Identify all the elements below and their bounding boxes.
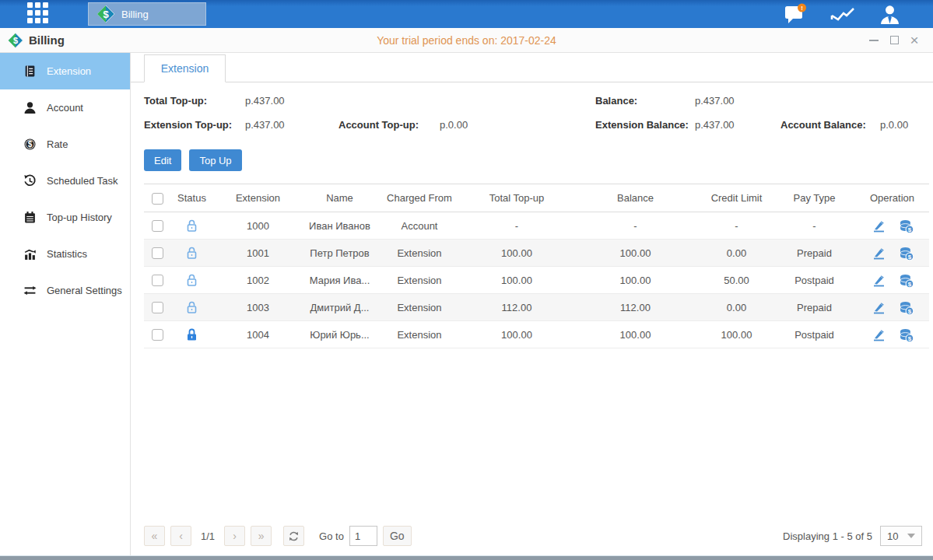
row-checkbox[interactable] [152,302,163,313]
edit-pencil-icon[interactable] [872,219,886,233]
cell-pay-type: Postpaid [773,321,855,348]
cell-credit-limit: 0.00 [700,240,773,267]
extensions-table: Status Extension Name Charged From Total… [144,184,929,348]
cell-total-topup: 100.00 [462,321,571,348]
cell-name: Мария Ива... [303,267,377,294]
cell-credit-limit: - [700,212,773,240]
col-name: Name [303,184,377,212]
window-bottom-edge [0,555,933,560]
sidebar-item-extension[interactable]: Extension [0,53,130,89]
cell-name: Петр Петров [303,240,377,267]
maximize-icon[interactable] [888,34,900,47]
app-grid-icon[interactable] [27,2,51,26]
billing-diamond-icon [96,5,115,23]
balance-label: Balance: [595,95,695,107]
close-icon[interactable]: × [908,34,921,47]
col-status: Status [170,184,213,212]
cell-balance: 100.00 [571,240,700,267]
page-indicator: 1/1 [197,530,219,542]
top-up-coins-icon[interactable] [899,246,914,261]
sidebar-item-label: Account [47,102,83,114]
sidebar-item-scheduled-task[interactable]: Scheduled Task [0,163,130,199]
extension-balance-label: Extension Balance: [595,119,695,131]
topbar-billing-tab[interactable]: Billing [88,2,206,26]
col-balance: Balance [571,184,700,212]
cell-credit-limit: 100.00 [700,321,773,348]
first-page-button[interactable]: « [144,526,165,546]
account-balance-label: Account Balance: [780,119,880,131]
balance-value: p.437.00 [695,95,780,107]
edit-pencil-icon[interactable] [872,246,886,261]
cell-pay-type: Prepaid [773,294,855,321]
cell-balance: 100.00 [571,321,700,348]
edit-pencil-icon[interactable] [872,273,886,288]
edit-pencil-icon[interactable] [872,327,886,342]
row-checkbox[interactable] [152,329,163,341]
cell-extension: 1004 [213,321,303,348]
status-unlocked-icon[interactable] [185,219,198,233]
cell-charged-from: Account [377,212,462,240]
tab-extension[interactable]: Extension [144,54,226,82]
sidebar-item-general-settings[interactable]: General Settings [0,272,130,309]
account-person-icon [23,101,37,114]
sidebar-item-label: Top-up History [47,212,112,223]
displaying-text: Displaying 1 - 5 of 5 [783,530,872,542]
next-page-button[interactable]: › [224,526,245,546]
cell-name: Юрий Юрь... [303,321,377,348]
extension-ledger-icon [23,65,37,78]
top-up-button[interactable]: Top Up [189,149,241,171]
page-size-select[interactable]: 10 [880,526,922,546]
account-topup-value: p.0.00 [440,119,468,131]
cell-pay-type: - [773,212,855,240]
sidebar-item-label: Scheduled Task [47,175,118,187]
row-checkbox[interactable] [152,247,163,259]
previous-page-button[interactable]: ‹ [170,526,191,546]
edit-button[interactable]: Edit [144,149,181,171]
sidebar-item-account[interactable]: Account [0,89,130,126]
window-title: Billing [0,33,65,48]
action-buttons: Edit Top Up [144,149,922,171]
row-checkbox[interactable] [152,275,163,286]
trial-notice: Your trial period ends on: 2017-02-24 [0,34,933,47]
edit-pencil-icon[interactable] [872,300,886,315]
cell-extension: 1002 [213,267,303,294]
col-extension: Extension [213,184,303,212]
billing-diamond-icon [8,33,23,48]
app-window: Billing ! [0,0,933,560]
status-unlocked-icon[interactable] [185,300,198,314]
cell-credit-limit: 50.00 [700,267,773,294]
topup-history-calendar-icon [23,211,37,224]
top-up-coins-icon[interactable] [899,300,914,315]
cell-balance: 112.00 [571,294,700,321]
table-row: 1000 Иван Иванов Account - - - - [144,212,929,240]
user-account-icon[interactable] [877,3,902,25]
chevron-down-icon [907,534,915,538]
minimize-icon[interactable] [868,34,880,47]
sidebar-item-rate[interactable]: $ Rate [0,126,130,163]
resource-monitor-icon[interactable] [830,3,855,25]
top-up-coins-icon[interactable] [899,327,914,342]
status-locked-icon[interactable] [185,327,198,341]
top-up-coins-icon[interactable] [899,273,914,288]
select-all-checkbox[interactable] [152,193,163,205]
goto-page-input[interactable] [349,526,377,546]
total-topup-label: Total Top-up: [144,95,245,107]
refresh-icon [288,530,300,542]
cell-balance: - [571,212,700,240]
status-unlocked-icon[interactable] [185,246,198,260]
notifications-icon[interactable]: ! [784,3,808,25]
rate-dollar-icon: $ [23,138,37,151]
top-up-coins-icon[interactable] [899,219,914,233]
refresh-button[interactable] [283,526,304,546]
cell-extension: 1000 [213,212,303,240]
main-panel: Extension Total Top-up: p.437.00 Extensi… [131,53,933,555]
sidebar-item-topup-history[interactable]: Top-up History [0,199,130,236]
status-unlocked-icon[interactable] [185,273,198,287]
row-checkbox[interactable] [152,220,163,232]
last-page-button[interactable]: » [251,526,272,546]
sidebar: Extension Account $ Rate [0,53,131,555]
table-row: 1001 Петр Петров Extension 100.00 100.00… [144,240,929,267]
go-button[interactable]: Go [383,526,412,546]
extension-topup-label: Extension Top-up: [144,119,245,131]
sidebar-item-statistics[interactable]: Statistics [0,236,130,272]
